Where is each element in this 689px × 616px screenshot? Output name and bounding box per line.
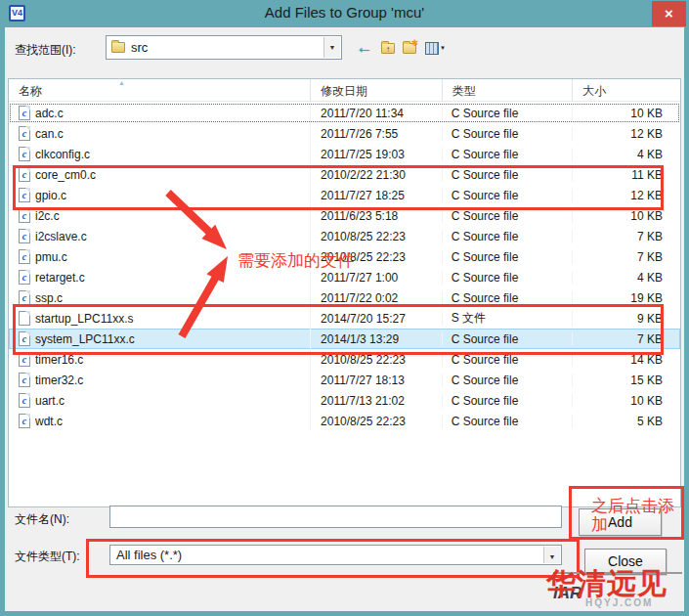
file-type: C Source file (443, 230, 574, 243)
file-name: uart.c (35, 394, 65, 408)
file-size: 5 KB (573, 415, 680, 428)
table-row[interactable]: ctimer32.c2011/7/27 18:13C Source file15… (9, 370, 680, 390)
filetype-label: 文件类型(T): (15, 549, 80, 565)
file-date: 2011/7/25 19:03 (311, 148, 443, 161)
table-row[interactable]: ctimer16.c2010/8/25 22:23C Source file14… (9, 349, 680, 370)
filetype-value: All files (*.*) (116, 548, 182, 562)
column-header-date[interactable]: 修改日期 (311, 79, 443, 101)
table-row[interactable]: cwdt.c2010/8/25 22:23C Source file5 KB (9, 411, 680, 431)
look-in-label: 查找范围(I): (15, 42, 76, 59)
file-type: C Source file (443, 168, 574, 182)
file-name: clkconfig.c (35, 148, 90, 161)
file-size: 9 KB (573, 312, 680, 326)
titlebar: V4 Add Files to Group 'mcu' × (0, 0, 689, 27)
file-type: C Source file (443, 353, 574, 367)
c-file-icon: c (19, 270, 30, 285)
file-size: 12 KB (573, 127, 680, 141)
file-size: 10 KB (573, 394, 680, 408)
column-header-size[interactable]: 大小 (573, 79, 680, 101)
column-header-type[interactable]: 类型 (443, 79, 574, 101)
file-date: 2014/1/3 13:29 (311, 332, 443, 346)
file-size: 4 KB (573, 271, 680, 285)
file-name: startup_LPC11xx.s (35, 312, 134, 326)
file-type: C Source file (443, 148, 574, 161)
file-name: pmu.c (35, 250, 67, 264)
list-header: 名称 修改日期 类型 大小 ▲ (9, 79, 680, 102)
file-size: 12 KB (573, 189, 680, 202)
table-row[interactable]: ci2cslave.c2010/8/25 22:23C Source file7… (9, 226, 680, 246)
table-row[interactable]: cclkconfig.c2011/7/25 19:03C Source file… (9, 144, 680, 164)
table-row[interactable]: cssp.c2011/7/22 0:02C Source file19 KB (9, 287, 680, 308)
filename-label: 文件名(N): (15, 511, 69, 528)
file-name: system_LPC11xx.c (35, 332, 135, 346)
add-button[interactable]: Add (579, 508, 662, 536)
file-size: 7 KB (573, 332, 680, 346)
file-size: 15 KB (573, 374, 680, 387)
c-file-icon: c (19, 331, 30, 346)
file-rows: cadc.c2011/7/20 11:34C Source file10 KBc… (9, 103, 680, 506)
table-row[interactable]: cretarget.c2011/7/27 1:00C Source file4 … (9, 267, 680, 287)
close-button[interactable]: Close (584, 549, 667, 575)
table-row[interactable]: cpmu.c2010/8/25 22:23C Source file7 KB (9, 246, 680, 267)
file-type: C Source file (443, 374, 574, 387)
file-size: 4 KB (573, 148, 680, 161)
table-row[interactable]: ccore_cm0.c2010/2/22 21:30C Source file1… (9, 164, 680, 185)
file-name: wdt.c (35, 415, 63, 428)
look-in-value: src (131, 40, 148, 55)
folder-icon (111, 42, 125, 53)
dropdown-arrow-icon[interactable]: ▼ (543, 547, 560, 563)
back-icon[interactable]: ← (355, 39, 374, 57)
file-list: 名称 修改日期 类型 大小 ▲ cadc.c2011/7/20 11:34C S… (8, 78, 681, 507)
file-type: C Source file (443, 332, 574, 346)
table-row[interactable]: cgpio.c2011/7/27 18:25C Source file12 KB (9, 185, 680, 205)
c-file-icon: c (19, 414, 30, 428)
column-header-name[interactable]: 名称 (9, 79, 311, 101)
sort-ascending-icon: ▲ (118, 79, 125, 86)
c-file-icon: c (19, 126, 30, 141)
filetype-combobox[interactable]: All files (*.*) ▼ (109, 545, 562, 565)
c-file-icon: c (19, 229, 30, 243)
up-folder-icon[interactable]: ↑ (378, 39, 398, 57)
table-row[interactable]: ci2c.c2011/6/23 5:18C Source file10 KB (9, 205, 680, 226)
file-date: 2010/8/25 22:23 (311, 353, 443, 367)
add-files-dialog: V4 Add Files to Group 'mcu' × 查找范围(I): s… (0, 0, 689, 616)
file-size: 19 KB (573, 291, 680, 305)
close-icon[interactable]: × (652, 1, 686, 26)
file-date: 2011/7/13 21:02 (311, 394, 443, 408)
file-name: gpio.c (35, 189, 66, 202)
file-date: 2011/6/23 5:18 (311, 209, 443, 223)
c-file-icon: c (19, 167, 30, 182)
file-date: 2010/2/22 21:30 (311, 168, 443, 182)
table-row[interactable]: csystem_LPC11xx.c2014/1/3 13:29C Source … (9, 329, 680, 349)
file-date: 2010/8/25 22:23 (311, 230, 443, 243)
new-folder-icon[interactable]: ✱ (400, 39, 419, 57)
table-row[interactable]: cadc.c2011/7/20 11:34C Source file10 KB (9, 103, 680, 123)
c-file-icon: c (19, 393, 30, 408)
c-file-icon: c (19, 290, 30, 305)
c-file-icon: c (19, 147, 30, 161)
c-file-icon: c (19, 373, 30, 387)
file-date: 2011/7/22 0:02 (311, 291, 443, 305)
view-menu-icon[interactable]: ▼ (422, 39, 442, 57)
filename-input[interactable] (109, 506, 562, 528)
file-type: C Source file (443, 415, 574, 428)
file-date: 2011/7/27 1:00 (311, 271, 443, 285)
dialog-body: 查找范围(I): src ▼ ← ↑ ✱ ▼ 名称 修改日期 类型 大小 ▲ c… (5, 27, 684, 611)
c-file-icon: c (19, 249, 30, 264)
table-row[interactable]: startup_LPC11xx.s2014/7/20 15:27S 文件9 KB (9, 308, 680, 329)
file-name: ssp.c (35, 291, 63, 305)
dropdown-arrow-icon[interactable]: ▼ (323, 37, 340, 58)
file-name: timer16.c (35, 353, 83, 367)
file-type: C Source file (443, 271, 574, 285)
table-row[interactable]: cuart.c2011/7/13 21:02C Source file10 KB (9, 390, 680, 411)
look-in-combobox[interactable]: src ▼ (106, 35, 342, 60)
file-date: 2011/7/27 18:25 (311, 189, 443, 202)
file-name: i2c.c (35, 209, 60, 223)
file-name: timer32.c (35, 374, 83, 387)
file-date: 2011/7/26 7:55 (311, 127, 443, 141)
file-type: C Source file (443, 250, 574, 264)
file-size: 10 KB (573, 209, 680, 223)
table-row[interactable]: ccan.c2011/7/26 7:55C Source file12 KB (9, 123, 680, 144)
c-file-icon: c (19, 208, 30, 223)
file-name: can.c (35, 127, 64, 141)
